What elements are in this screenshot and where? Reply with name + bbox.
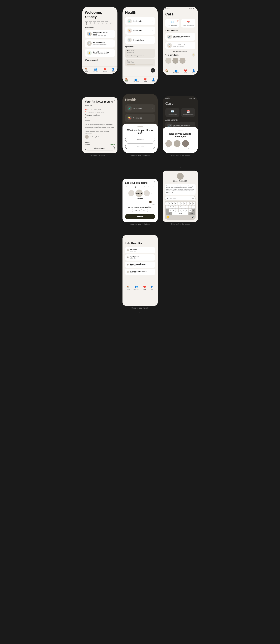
key-q[interactable]: Q: [165, 202, 168, 205]
submit-btn[interactable]: Submit: [125, 214, 155, 219]
emoji-icon[interactable]: 😊: [166, 216, 169, 218]
stretch-title: Do a full body stretch: [93, 51, 109, 53]
contact-nurse[interactable]: Nurse Tiffany: [182, 140, 189, 148]
contact-hotline[interactable]: 24/7 hotline: [165, 140, 172, 148]
team-avatar-3: [179, 58, 185, 64]
date-2-active[interactable]: 2: [134, 186, 137, 188]
key-y[interactable]: Y: [180, 202, 183, 205]
view-messages-btn[interactable]: 1 ✉️ View Messages: [165, 19, 179, 28]
key-e[interactable]: E: [171, 202, 174, 205]
health-stat-option-btn[interactable]: Health stat: [125, 144, 155, 149]
key-delete[interactable]: ⌫: [192, 209, 195, 212]
key-r[interactable]: R: [174, 202, 177, 205]
dark-book-btn[interactable]: 📅 Book Appointment: [181, 108, 195, 117]
mic-icon[interactable]: 🎤: [191, 216, 194, 218]
nav-health[interactable]: ❤️ Health: [103, 68, 107, 72]
key-b[interactable]: B: [182, 209, 185, 212]
view-document-btn[interactable]: View Document: [85, 146, 115, 150]
yes-btn[interactable]: Yes: [132, 209, 140, 212]
key-m[interactable]: M: [188, 209, 191, 212]
medications-menu[interactable]: 💊 Medications ›: [125, 26, 155, 34]
key-123[interactable]: 123: [166, 212, 172, 215]
message-input-placeholder[interactable]: Placeholder: [169, 198, 191, 199]
key-h[interactable]: H: [182, 206, 185, 208]
key-u[interactable]: U: [183, 202, 186, 205]
nav-profile-lab[interactable]: 👤 Profile: [150, 286, 153, 290]
symptom-back-pain[interactable]: Back pain Higher today For you: Prenatal…: [125, 49, 155, 58]
key-s[interactable]: S: [169, 206, 172, 208]
view-past-appts-btn[interactable]: View past appointments: [165, 50, 195, 52]
rh-factor-card[interactable]: 📄 Rh factor results Reviewed by care tea…: [85, 40, 115, 48]
nav-profile[interactable]: 👤 Profile: [112, 68, 115, 72]
lab-rh-factor[interactable]: Rh factor Jan 3, 2021 ›: [125, 247, 155, 253]
nav-health-h[interactable]: ❤️ Health: [143, 78, 147, 82]
nav-home-c[interactable]: 🏠 Home: [165, 69, 168, 73]
add-symptom-btn[interactable]: +: [151, 68, 155, 72]
key-f[interactable]: F: [175, 206, 178, 208]
log-slide-label-2: Slides up from the bottom: [131, 223, 150, 225]
key-l[interactable]: L: [192, 206, 195, 208]
ultrasound-appt[interactable]: 🔊 Ultrasound with Dr. Smith Fri Jan 29, …: [165, 33, 195, 41]
key-i[interactable]: I: [186, 202, 189, 205]
add-attachment-icon[interactable]: ⊕: [166, 197, 168, 200]
symptom-right[interactable]: [144, 190, 150, 196]
key-shift[interactable]: ⇧: [165, 209, 168, 212]
nav-care-lab[interactable]: 👥 Care Team: [134, 286, 139, 290]
contact-dr-smith[interactable]: Dr. Smith: [174, 140, 180, 148]
nav-health-lab[interactable]: ❤️ Health: [143, 286, 146, 290]
back-button[interactable]: ←: [125, 238, 155, 240]
dark-med-row[interactable]: 💊 Medications ›: [125, 114, 155, 122]
key-k[interactable]: K: [188, 206, 191, 208]
symptom-left[interactable]: [128, 190, 135, 196]
key-w[interactable]: W: [168, 202, 171, 205]
key-x[interactable]: X: [172, 209, 175, 212]
symptom-center-nausea[interactable]: Nausea: [136, 190, 143, 197]
lab-thyroid[interactable]: Thyroid function (TSH) Jan 3, 2021 ›: [125, 269, 155, 275]
wellness-appt[interactable]: 📋 Annual Wellness Exam Wed Feb 17, 2:30p…: [165, 42, 195, 49]
appointment-card-1[interactable]: 👤 Appointment with Dr. Smith Friday, Jan…: [85, 30, 115, 38]
no-btn[interactable]: No: [141, 209, 148, 212]
log-close-btn[interactable]: ×: [154, 180, 155, 183]
nav-care-h[interactable]: 👥 Care Team: [133, 78, 139, 82]
welcome-title: Welcome, Stacey: [85, 10, 115, 19]
key-p[interactable]: P: [193, 202, 195, 205]
dark-messages-btn[interactable]: ✉️ View Messages: [165, 108, 179, 117]
key-o[interactable]: O: [189, 202, 192, 205]
nav-home-lab[interactable]: 🏠 Home: [127, 286, 130, 290]
key-n[interactable]: N: [185, 209, 188, 212]
send-icon[interactable]: ⊕: [192, 197, 194, 200]
severity-slider[interactable]: [125, 201, 155, 203]
symptom-nausea[interactable]: Nausea Lower today: [125, 59, 155, 66]
key-c[interactable]: C: [175, 209, 178, 212]
nav-care-team[interactable]: 👥 Care Team: [93, 68, 98, 72]
key-t[interactable]: T: [177, 202, 180, 205]
key-v[interactable]: V: [179, 209, 182, 212]
message-input-row: ⊕ Placeholder ⊕: [165, 196, 196, 200]
key-space[interactable]: space: [172, 212, 188, 215]
lab-lipid-profile[interactable]: Lipid profile Jan 3, 2021 ›: [125, 254, 155, 260]
health-status-bar: [123, 7, 158, 9]
lab-metabolic-panel[interactable]: Basic metabolic panel Jan 3, 2021 ›: [125, 262, 155, 268]
nav-health-c[interactable]: ❤️ Health: [184, 69, 187, 73]
key-label[interactable]: Label: [188, 212, 195, 215]
key-d[interactable]: D: [172, 206, 175, 208]
stretch-card[interactable]: 🧘 Do a full body stretch 30 min with Ann…: [85, 49, 115, 57]
dark-lab-row[interactable]: 🧪 Lab Results ›: [125, 104, 155, 112]
lab-results-menu[interactable]: 🧪 Lab Results ›: [125, 17, 155, 25]
nancy-close-btn[interactable]: ×: [195, 172, 196, 174]
nav-home[interactable]: 🏠 Home: [85, 68, 88, 72]
nav-care-team-c[interactable]: 👥 Care Team: [173, 69, 179, 73]
key-j[interactable]: J: [185, 206, 188, 208]
immunizations-menu[interactable]: 🛡️ Immunizations ›: [125, 36, 155, 44]
nav-home-h[interactable]: 🏠 Home: [125, 78, 128, 82]
dark-lab-chevron: ›: [152, 107, 153, 110]
nav-profile-h[interactable]: 👤 Profile: [152, 78, 155, 82]
edit-team-icon[interactable]: ✏️: [192, 53, 195, 56]
symptom-option-btn[interactable]: Symptom: [125, 137, 155, 142]
nav-profile-c[interactable]: 👤 Profile: [192, 69, 195, 73]
key-a[interactable]: A: [165, 206, 168, 208]
key-g[interactable]: G: [179, 206, 182, 208]
key-z[interactable]: Z: [169, 209, 172, 212]
book-appt-btn[interactable]: 📅 Book Appointment: [181, 19, 195, 28]
rh-close-btn[interactable]: ×: [114, 99, 115, 102]
